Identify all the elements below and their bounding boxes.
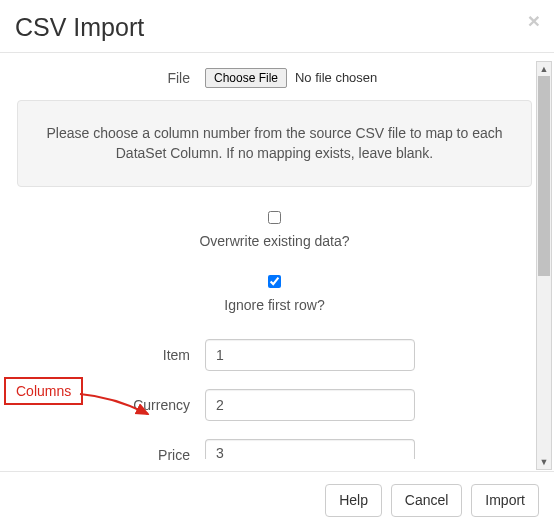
- overwrite-checkbox[interactable]: [268, 211, 281, 224]
- info-box: Please choose a column number from the s…: [17, 100, 532, 187]
- column-label-item: Item: [15, 347, 205, 363]
- column-row-currency: Currency: [15, 389, 534, 421]
- overwrite-row: Overwrite existing data?: [15, 211, 534, 249]
- ignore-first-row: Ignore first row?: [15, 275, 534, 313]
- column-row-item: Item: [15, 339, 534, 371]
- scroll-up-icon[interactable]: ▲: [537, 62, 551, 76]
- modal-body: File Choose File No file chosen Please c…: [0, 53, 554, 478]
- column-input-currency[interactable]: [205, 389, 415, 421]
- modal-header: CSV Import ×: [0, 0, 554, 53]
- ignore-first-label: Ignore first row?: [15, 297, 534, 313]
- file-row: File Choose File No file chosen: [15, 68, 534, 88]
- help-button[interactable]: Help: [325, 484, 382, 517]
- ignore-first-checkbox[interactable]: [268, 275, 281, 288]
- annotation-columns-label: Columns: [4, 377, 83, 405]
- column-input-item[interactable]: [205, 339, 415, 371]
- file-status: No file chosen: [295, 70, 377, 85]
- scroll-thumb[interactable]: [538, 76, 550, 276]
- column-label-price: Price: [15, 447, 205, 463]
- modal-title: CSV Import: [15, 12, 539, 42]
- overwrite-label: Overwrite existing data?: [15, 233, 534, 249]
- column-input-price[interactable]: [205, 439, 415, 459]
- import-button[interactable]: Import: [471, 484, 539, 517]
- choose-file-button[interactable]: Choose File: [205, 68, 287, 88]
- column-row-price: Price: [15, 439, 534, 459]
- file-label: File: [15, 70, 205, 86]
- csv-import-modal: CSV Import × File Choose File No file ch…: [0, 0, 554, 529]
- close-icon[interactable]: ×: [528, 10, 540, 31]
- modal-footer: Help Cancel Import: [0, 471, 554, 529]
- file-control: Choose File No file chosen: [205, 68, 534, 88]
- scroll-down-icon[interactable]: ▼: [537, 455, 551, 469]
- vertical-scrollbar[interactable]: ▲ ▼: [536, 61, 552, 470]
- modal-body-wrap: File Choose File No file chosen Please c…: [0, 53, 554, 478]
- cancel-button[interactable]: Cancel: [391, 484, 463, 517]
